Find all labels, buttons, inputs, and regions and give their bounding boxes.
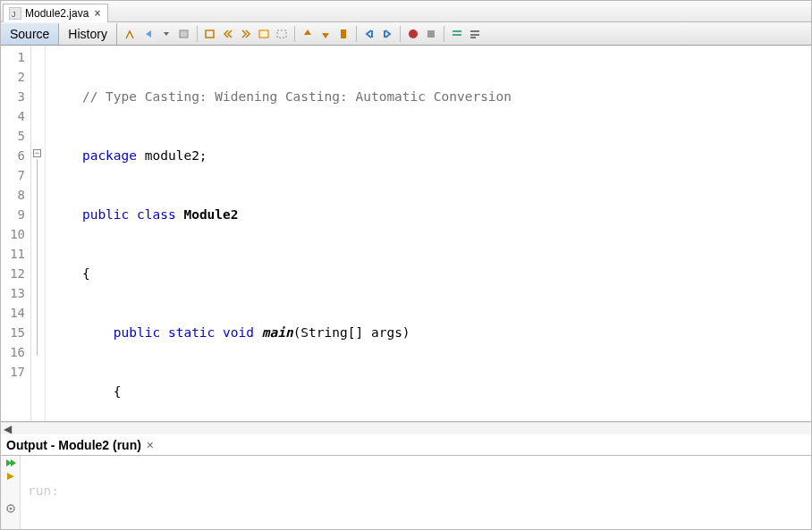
file-tab-label: Module2.java <box>25 7 89 20</box>
line-number-gutter: 1 2 3 4 5 6 7 8 9 10 11 12 13 14 15 16 1… <box>1 46 31 421</box>
tab-history[interactable]: History <box>59 23 117 45</box>
svg-rect-4 <box>259 30 268 38</box>
close-icon[interactable]: × <box>92 7 102 20</box>
line-number: 8 <box>1 185 30 205</box>
line-number: 12 <box>1 264 30 283</box>
svg-rect-6 <box>341 29 346 38</box>
last-edit-icon[interactable] <box>123 26 139 42</box>
highlight-icon[interactable] <box>256 26 272 42</box>
output-tab[interactable]: Output - Module2 (run) × <box>1 434 811 456</box>
svg-rect-5 <box>277 30 286 38</box>
line-number: 2 <box>1 67 30 87</box>
fold-guide-line <box>37 159 38 356</box>
svg-point-17 <box>9 508 12 510</box>
line-number: 6 <box>1 146 30 165</box>
rerun-icon[interactable] <box>4 458 17 468</box>
macro-stop-icon[interactable] <box>423 26 439 42</box>
macro-record-icon[interactable] <box>405 26 421 42</box>
separator <box>444 26 444 42</box>
svg-rect-2 <box>180 30 188 38</box>
code-editor[interactable]: 1 2 3 4 5 6 7 8 9 10 11 12 13 14 15 16 1… <box>1 46 811 422</box>
line-number: 5 <box>1 126 30 146</box>
output-panel: run: The integer is 12 The converted int… <box>1 456 811 529</box>
svg-text:J: J <box>12 10 16 19</box>
find-prev-icon[interactable] <box>220 26 236 42</box>
output-side-toolbar <box>1 456 21 529</box>
shift-left-icon[interactable] <box>361 26 377 42</box>
line-number: 16 <box>1 342 30 362</box>
find-selection-icon[interactable] <box>202 26 218 42</box>
back-icon[interactable] <box>140 26 156 42</box>
fold-column: − <box>31 46 46 421</box>
file-tab-bar: J Module2.java × <box>1 1 811 22</box>
java-file-icon: J <box>9 7 21 20</box>
comment-icon[interactable] <box>449 26 465 42</box>
output-text[interactable]: run: The integer is 12 The converted int… <box>21 456 811 529</box>
separator <box>294 26 295 42</box>
line-number: 9 <box>1 205 30 224</box>
code-keyword: package <box>82 148 137 163</box>
output-line: run: <box>28 481 804 501</box>
editor-toolbar: Source History <box>1 22 811 46</box>
prev-bookmark-icon[interactable] <box>300 26 316 42</box>
close-icon[interactable]: × <box>147 438 154 452</box>
toolbar-buttons <box>117 26 483 42</box>
line-number: 13 <box>1 283 30 303</box>
svg-rect-3 <box>206 30 214 38</box>
horizontal-scrollbar[interactable]: ◀ <box>1 422 811 434</box>
line-number: 17 <box>1 362 30 382</box>
svg-rect-10 <box>427 30 435 38</box>
line-number: 10 <box>1 224 30 244</box>
output-tab-label: Output - Module2 (run) <box>6 438 141 452</box>
line-number: 15 <box>1 323 30 342</box>
code-text: (String[] args) <box>293 325 410 340</box>
code-brace: { <box>114 384 122 399</box>
code-brace: { <box>82 266 90 281</box>
separator <box>356 26 357 42</box>
toggle-bookmark-icon[interactable] <box>335 26 351 42</box>
line-number: 1 <box>1 47 30 67</box>
shift-right-icon[interactable] <box>379 26 395 42</box>
find-next-icon[interactable] <box>238 26 254 42</box>
settings-icon[interactable] <box>4 503 17 514</box>
run-icon[interactable] <box>4 471 17 482</box>
code-method: main <box>262 325 293 340</box>
code-keyword: public class <box>82 207 184 222</box>
toggle-highlight-icon[interactable] <box>274 26 290 42</box>
code-classname: Module2 <box>183 207 238 222</box>
code-keyword: public static void <box>114 325 262 340</box>
separator <box>197 26 198 42</box>
dropdown-icon[interactable] <box>158 26 174 42</box>
code-text: module2; <box>137 148 207 163</box>
next-bookmark-icon[interactable] <box>317 26 334 42</box>
file-tab[interactable]: J Module2.java × <box>3 4 108 22</box>
line-number: 14 <box>1 303 30 323</box>
fold-collapse-icon[interactable]: − <box>33 149 41 157</box>
line-number: 7 <box>1 165 30 185</box>
line-number: 4 <box>1 106 30 126</box>
code-comment: // Type Casting: Widening Casting: Autom… <box>82 89 512 104</box>
separator <box>400 26 401 42</box>
forward-icon[interactable] <box>176 26 192 42</box>
scroll-left-icon[interactable]: ◀ <box>1 423 13 435</box>
code-area[interactable]: // Type Casting: Widening Casting: Autom… <box>46 46 811 421</box>
line-number: 11 <box>1 244 30 264</box>
uncomment-icon[interactable] <box>467 26 483 42</box>
line-number: 3 <box>1 87 30 106</box>
tab-source[interactable]: Source <box>1 23 59 45</box>
svg-point-9 <box>409 29 418 38</box>
